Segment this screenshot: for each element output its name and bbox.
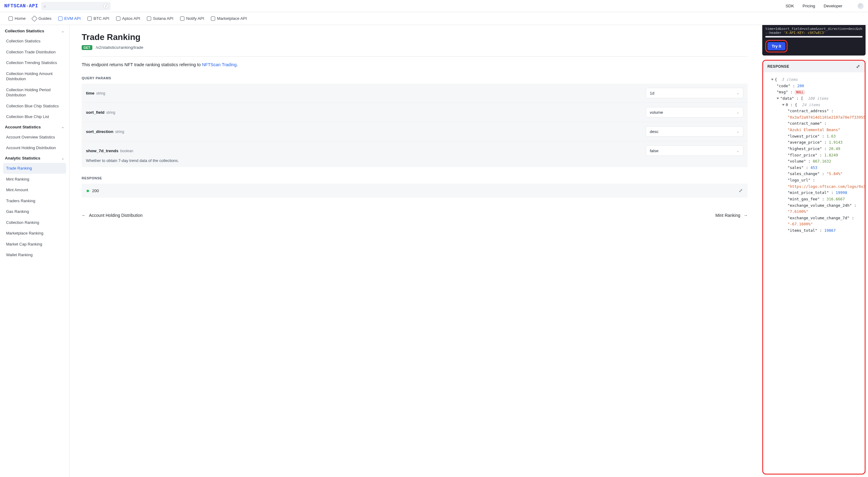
- sidebar-item[interactable]: Traders Ranking: [3, 196, 66, 207]
- chevron-down-icon: ⌄: [61, 156, 64, 160]
- param-name: show_7d_trendsboolean: [86, 149, 133, 153]
- pager: ←Account Holding Distribution Mint Ranki…: [82, 213, 748, 218]
- param-select[interactable]: 1d⌄: [646, 88, 743, 98]
- status-code: 200: [92, 188, 99, 193]
- pager-next[interactable]: Mint Ranking→: [715, 213, 748, 218]
- method-badge: GET: [82, 45, 92, 50]
- response-row[interactable]: 200 ⤢: [82, 184, 748, 198]
- sidebar-section[interactable]: Account Statistics⌄: [3, 122, 66, 132]
- description: This endpoint returns NFT trade ranking …: [82, 62, 748, 67]
- sidebar-item[interactable]: Account Overview Statistics: [3, 132, 66, 143]
- sidebar-item[interactable]: Wallet Ranking: [3, 249, 66, 261]
- api-icon: [116, 17, 120, 21]
- param-select[interactable]: volume⌄: [646, 107, 743, 117]
- sidebar-item[interactable]: Collection Trending Statistics: [3, 57, 66, 68]
- chevron-down-icon: ⌄: [61, 125, 64, 129]
- param-row: timestring 1d⌄: [82, 84, 748, 103]
- code-line-1: time=1d&sort_field=volume&sort_direction…: [765, 27, 863, 31]
- nav-home[interactable]: Home: [8, 16, 26, 21]
- search-kbd: /: [104, 4, 108, 8]
- sidebar-item[interactable]: Market Cap Ranking: [3, 239, 66, 250]
- nav-evm[interactable]: EVM API: [58, 16, 81, 21]
- sidebar-item[interactable]: Account Holding Distribution: [3, 143, 66, 153]
- sidebar-item[interactable]: Mint Amount: [3, 184, 66, 196]
- sidebar-item[interactable]: Collection Ranking: [3, 217, 66, 228]
- sidebar-section[interactable]: Collection Statistics⌄: [3, 26, 66, 36]
- nav-marketplace[interactable]: Marketplace API: [211, 16, 247, 21]
- sidebar-item[interactable]: Mint Ranking: [3, 174, 66, 185]
- chevron-down-icon: ⌄: [736, 149, 739, 153]
- nav-bar: Home Guides EVM API BTC API Aptos API So…: [0, 12, 868, 25]
- sidebar-section[interactable]: Analytic Statistics⌄: [3, 153, 66, 163]
- param-row: sort_fieldstring volume⌄: [82, 103, 748, 122]
- theme-toggle-icon[interactable]: [858, 3, 864, 9]
- search-icon: ⌕: [43, 4, 46, 8]
- chevron-down-icon: ⌄: [61, 29, 64, 33]
- endpoint-line: GET /v2/statistics/ranking/trade: [82, 45, 748, 50]
- divider: [82, 56, 748, 57]
- nav-guides[interactable]: Guides: [32, 16, 52, 21]
- param-name: timestring: [86, 91, 105, 95]
- arrow-right-icon: →: [743, 213, 748, 218]
- status-dot-icon: [87, 190, 89, 192]
- code-snippet: time=1d&sort_field=volume&sort_direction…: [762, 25, 866, 56]
- header-links: SDK Pricing Developer: [785, 3, 864, 9]
- nav-notify[interactable]: Notify API: [180, 16, 204, 21]
- param-name: sort_directionstring: [86, 129, 124, 134]
- sidebar-item[interactable]: Marketplace Ranking: [3, 228, 66, 239]
- sidebar-item[interactable]: Trade Ranking: [3, 163, 66, 174]
- pager-prev[interactable]: ←Account Holding Distribution: [82, 213, 143, 218]
- api-icon: [88, 17, 92, 21]
- highlight-box: Try It: [765, 40, 787, 53]
- nav-btc[interactable]: BTC API: [88, 16, 110, 21]
- try-it-button[interactable]: Try It: [768, 42, 785, 50]
- logo[interactable]: NFTSCAN·API: [4, 3, 38, 9]
- sidebar-item[interactable]: Gas Ranking: [3, 206, 66, 217]
- chevron-down-icon: ⌄: [736, 91, 739, 95]
- sidebar: Collection Statistics⌄Collection Statist…: [0, 25, 69, 477]
- api-icon: [58, 17, 62, 21]
- arrow-left-icon: ←: [82, 213, 86, 218]
- sidebar-item[interactable]: Collection Trade Distribution: [3, 47, 66, 58]
- home-icon: [8, 17, 13, 21]
- sidebar-item[interactable]: Collection Blue Chip List: [3, 111, 66, 122]
- param-name: sort_fieldstring: [86, 110, 115, 115]
- sidebar-item[interactable]: Collection Blue Chip Statistics: [3, 101, 66, 112]
- param-select[interactable]: desc⌄: [646, 126, 743, 137]
- page-title: Trade Ranking: [82, 32, 748, 42]
- main-content: Trade Ranking GET /v2/statistics/ranking…: [69, 25, 760, 477]
- sidebar-item[interactable]: Collection Holding Period Distribution: [3, 85, 66, 101]
- api-icon: [180, 17, 184, 21]
- chevron-down-icon: ⌄: [736, 110, 739, 114]
- response-label: RESPONSE: [82, 176, 748, 180]
- nav-aptos[interactable]: Aptos API: [116, 16, 140, 21]
- scrollbar[interactable]: [765, 36, 863, 37]
- diamond-icon: [31, 16, 37, 22]
- json-viewer[interactable]: { 3 items"code" : 200"msg" : NULL"data" …: [763, 72, 865, 474]
- param-select[interactable]: false⌄: [646, 146, 743, 156]
- sidebar-item[interactable]: Collection Holding Amount Distribution: [3, 68, 66, 85]
- response-panel: RESPONSE ⤢ { 3 items"code" : 200"msg" : …: [762, 60, 866, 475]
- api-icon: [147, 17, 151, 21]
- response-header: RESPONSE ⤢: [763, 61, 865, 72]
- code-line-2: --header 'X-API-KEY: c9X7wEC3': [765, 31, 863, 35]
- param-desc: Whether to obtain 7-day trend data of th…: [86, 158, 743, 163]
- search-box[interactable]: ⌕ /: [41, 2, 111, 10]
- nav-solana[interactable]: Solana API: [147, 16, 174, 21]
- link-pricing[interactable]: Pricing: [803, 4, 815, 8]
- expand-icon[interactable]: ⤢: [856, 64, 860, 69]
- expand-icon[interactable]: ⤢: [739, 188, 743, 193]
- query-params-label: QUERY PARAMS: [82, 76, 748, 80]
- param-row: sort_directionstring desc⌄: [82, 122, 748, 141]
- api-icon: [211, 17, 215, 21]
- link-sdk[interactable]: SDK: [785, 4, 794, 8]
- param-row: show_7d_trendsboolean false⌄ Whether to …: [82, 141, 748, 167]
- link-developer[interactable]: Developer: [824, 4, 842, 8]
- desc-link[interactable]: NFTScan Trading: [202, 62, 237, 67]
- top-header: NFTSCAN·API ⌕ / SDK Pricing Developer: [0, 0, 868, 12]
- chevron-down-icon: ⌄: [736, 129, 739, 133]
- right-panel: time=1d&sort_field=volume&sort_direction…: [760, 25, 868, 477]
- search-input[interactable]: [49, 3, 101, 8]
- sidebar-item[interactable]: Collection Statistics: [3, 36, 66, 47]
- endpoint-path: /v2/statistics/ranking/trade: [96, 45, 143, 50]
